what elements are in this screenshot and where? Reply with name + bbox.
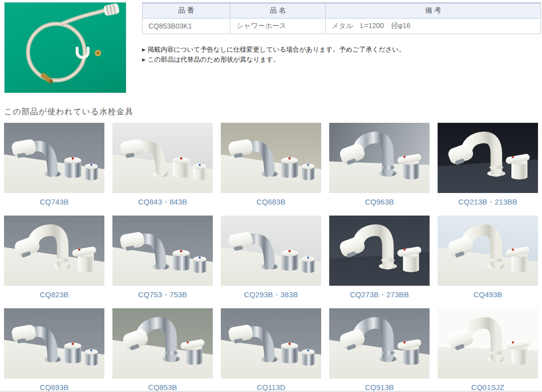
triangle-bullet-icon: ▶ bbox=[142, 57, 146, 62]
product-grid: CQ743B CQ843・843B CQ683B CQ963B bbox=[4, 123, 538, 392]
col-header-part-name: 品 名 bbox=[230, 3, 326, 18]
parts-table: 品 番 品 名 備 考 CQ853B03K1 シャワーホース メタル L=120… bbox=[142, 3, 541, 34]
product-tile: CQ493B bbox=[438, 216, 538, 308]
product-photo bbox=[329, 123, 430, 193]
faucet-icon bbox=[329, 310, 430, 378]
product-link[interactable]: CQ753・753B bbox=[112, 286, 213, 300]
product-tile: CQ213B・213BB bbox=[438, 123, 538, 216]
product-link[interactable]: CQ853B bbox=[112, 378, 213, 391]
bottom-divider bbox=[0, 391, 542, 391]
product-photo bbox=[438, 123, 538, 193]
product-link[interactable]: CQ493B bbox=[438, 286, 538, 299]
product-photo bbox=[438, 216, 538, 286]
faucet-icon bbox=[112, 125, 213, 193]
product-link[interactable]: CQ963B bbox=[329, 193, 430, 206]
product-tile: CQ693B bbox=[4, 308, 104, 392]
product-photo bbox=[112, 216, 213, 286]
hose-connector-icon bbox=[103, 3, 119, 16]
product-link[interactable]: CQ293B・383B bbox=[221, 286, 321, 300]
product-link[interactable]: CQ113D bbox=[221, 378, 321, 391]
col-header-remarks: 備 考 bbox=[326, 3, 541, 18]
product-tile: CQ963B bbox=[329, 123, 430, 216]
faucet-icon bbox=[221, 218, 321, 286]
faucet-icon bbox=[329, 125, 430, 193]
product-link[interactable]: CQ213B・213BB bbox=[438, 193, 538, 207]
product-link[interactable]: CQ01SJZ bbox=[438, 378, 538, 391]
faucet-icon bbox=[112, 310, 213, 378]
product-link[interactable]: CQ743B bbox=[4, 193, 104, 206]
part-name-cell: シャワーホース bbox=[230, 18, 326, 34]
faucet-icon bbox=[112, 218, 213, 286]
catalog-page: 品 番 品 名 備 考 CQ853B03K1 シャワーホース メタル L=120… bbox=[0, 0, 542, 392]
faucet-icon bbox=[4, 125, 104, 193]
notes: ▶掲載内容について予告なしに仕様変更している場合があります。予めご了承ください。… bbox=[142, 45, 541, 65]
remarks-cell: メタル L=1200 径φ16 bbox=[326, 18, 541, 34]
product-link[interactable]: CQ683B bbox=[221, 193, 321, 206]
product-tile: CQ913B bbox=[329, 308, 430, 392]
product-photo bbox=[221, 216, 321, 286]
product-tile: CQ843・843B bbox=[112, 123, 213, 216]
product-photo bbox=[329, 216, 430, 286]
table-header-row: 品 番 品 名 備 考 bbox=[143, 3, 541, 18]
product-tile: CQ853B bbox=[112, 308, 213, 392]
shower-hose-photo-icon bbox=[5, 3, 126, 93]
faucet-icon bbox=[4, 310, 104, 378]
part-photo bbox=[4, 2, 126, 93]
faucet-icon bbox=[329, 218, 430, 286]
product-tile: CQ683B bbox=[221, 123, 321, 216]
product-tile: CQ293B・383B bbox=[221, 216, 321, 308]
note-line: ▶掲載内容について予告なしに仕様変更している場合があります。予めご了承ください。 bbox=[142, 45, 541, 55]
faucet-icon bbox=[4, 218, 104, 286]
product-link[interactable]: CQ823B bbox=[4, 286, 104, 299]
product-photo bbox=[4, 123, 104, 193]
note-text: この部品は代替品のため形状が異なります。 bbox=[148, 56, 280, 63]
product-tile: CQ01SJZ bbox=[438, 308, 538, 392]
product-photo bbox=[438, 308, 538, 378]
product-link[interactable]: CQ273B・273BB bbox=[329, 286, 430, 300]
section-title: この部品が使われている水栓金具 bbox=[4, 107, 133, 117]
product-photo bbox=[329, 308, 430, 378]
product-link[interactable]: CQ693B bbox=[4, 378, 104, 391]
faucet-icon bbox=[221, 125, 321, 193]
faucet-icon bbox=[221, 310, 321, 378]
product-photo bbox=[112, 308, 213, 378]
note-line: ▶この部品は代替品のため形状が異なります。 bbox=[142, 55, 541, 65]
product-photo bbox=[112, 123, 213, 193]
faucet-icon bbox=[438, 310, 538, 378]
product-photo bbox=[4, 308, 104, 378]
col-header-part-number: 品 番 bbox=[143, 3, 230, 18]
triangle-bullet-icon: ▶ bbox=[142, 47, 146, 52]
product-photo bbox=[221, 123, 321, 193]
faucet-icon bbox=[438, 218, 538, 286]
product-tile: CQ273B・273BB bbox=[329, 216, 430, 308]
note-text: 掲載内容について予告なしに仕様変更している場合があります。予めご了承ください。 bbox=[148, 46, 405, 53]
product-link[interactable]: CQ913B bbox=[329, 378, 430, 391]
product-tile: CQ823B bbox=[4, 216, 104, 308]
product-photo bbox=[221, 308, 321, 378]
part-number-cell: CQ853B03K1 bbox=[143, 18, 230, 34]
product-tile: CQ753・753B bbox=[112, 216, 213, 308]
product-link[interactable]: CQ843・843B bbox=[112, 193, 213, 207]
product-tile: CQ743B bbox=[4, 123, 104, 216]
faucet-icon bbox=[438, 125, 538, 193]
table-row: CQ853B03K1 シャワーホース メタル L=1200 径φ16 bbox=[143, 18, 541, 34]
product-photo bbox=[4, 216, 104, 286]
product-tile: CQ113D bbox=[221, 308, 321, 392]
